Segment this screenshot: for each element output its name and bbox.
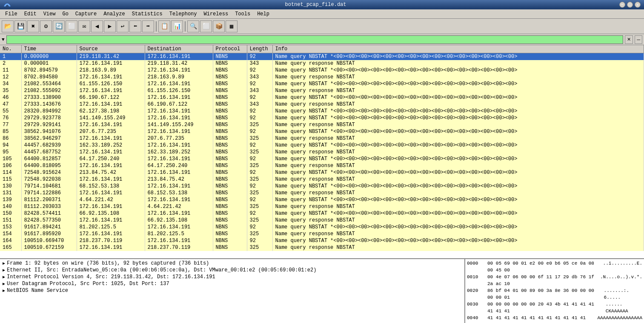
filter-close-button[interactable]: ─: [635, 35, 642, 44]
cell-src: 81.202.125.5: [77, 224, 145, 231]
table-row[interactable]: 7629729.923778141.149.155.249172.16.134.…: [0, 115, 644, 121]
menu-item-file[interactable]: File: [2, 10, 21, 18]
menu-item-capture[interactable]: Capture: [72, 10, 100, 18]
toolbar-button-4[interactable]: 🔄: [53, 20, 65, 32]
cell-no: 86: [0, 135, 21, 142]
cell-time: 72548.922038: [21, 176, 77, 183]
detail-row-3[interactable]: ▶User Datagram Protocol, Src Port: 1025,…: [1, 280, 464, 287]
table-row[interactable]: 20.000001172.16.134.191219.118.31.42NBNS…: [0, 60, 644, 67]
cell-time: 38562.946297: [21, 135, 77, 142]
table-row[interactable]: 15391617.89424181.202.125.5172.16.134.19…: [0, 224, 644, 231]
toolbar-button-10[interactable]: ⬅: [129, 20, 141, 32]
close-button[interactable]: ✕: [635, 2, 641, 8]
toolbar-button-5[interactable]: ⬜: [66, 20, 77, 32]
menu-item-telephony[interactable]: Telephony: [166, 10, 200, 18]
table-row[interactable]: 15491617.895920172.16.134.19181.202.125.…: [0, 231, 644, 237]
table-row[interactable]: 3521082.555092172.16.134.19161.155.126.1…: [0, 87, 644, 94]
toolbar-button-9[interactable]: ↩: [117, 20, 129, 32]
table-row[interactable]: 10664400.818095172.16.134.19164.17.250.2…: [0, 162, 644, 169]
table-row[interactable]: 164100510.669470218.237.70.119172.16.134…: [0, 237, 644, 244]
cell-proto: NBNS: [213, 87, 247, 94]
hex-ascii: AAAAAAAAAAAAAAAA: [597, 314, 642, 323]
detail-row-0[interactable]: ▶Frame 1: 92 bytes on wire (736 bits), 9…: [1, 260, 464, 267]
toolbar-button-11[interactable]: ➡: [142, 20, 154, 32]
table-row[interactable]: 13079714.10468168.152.53.138172.16.134.1…: [0, 183, 644, 190]
toolbar-button-1[interactable]: 💾: [14, 20, 26, 32]
cell-time: 21082.555092: [21, 87, 77, 94]
table-row[interactable]: 10.000000219.118.31.42172.16.134.191NBNS…: [0, 53, 644, 61]
toolbar-button-18[interactable]: 📦: [213, 20, 225, 32]
toolbar-button-8[interactable]: ▶: [104, 20, 116, 32]
col-header-source: Source: [77, 45, 145, 53]
toolbar-button-16[interactable]: 🔍: [187, 20, 199, 32]
cell-info: Name query NBSTAT *<00><00><00><00><00><…: [272, 196, 644, 203]
cell-time: 44457.687752: [21, 149, 77, 156]
cell-info: Name query response NBSTAT: [272, 190, 644, 196]
table-row[interactable]: 13981112.2003714.64.221.42172.16.134.191…: [0, 196, 644, 203]
cell-src: 207.6.77.235: [77, 128, 145, 135]
table-row[interactable]: 4727333.143676172.16.134.19166.190.67.12…: [0, 101, 644, 108]
detail-row-2[interactable]: ▶Internet Protocol Version 4, Src: 219.1…: [1, 274, 464, 280]
table-row[interactable]: 15082428.57441166.92.135.108172.16.134.1…: [0, 210, 644, 217]
table-row[interactable]: 7729729.929141172.16.134.191141.149.155.…: [0, 121, 644, 128]
toolbar-button-13[interactable]: 📋: [158, 20, 170, 32]
cell-src: 64.17.250.240: [77, 156, 145, 162]
cell-info: Name query NBSTAT *<00><00><00><00><00><…: [272, 142, 644, 149]
cell-dst: 172.16.134.191: [145, 53, 213, 61]
toolbar-button-3[interactable]: ⚙: [40, 20, 52, 32]
cell-no: 106: [0, 162, 21, 169]
cell-dst: 66.92.135.108: [145, 217, 213, 224]
menu-item-view[interactable]: View: [40, 10, 59, 18]
toolbar-button-7[interactable]: ◀: [91, 20, 103, 32]
table-row[interactable]: 9544457.687752172.16.134.191162.33.189.2…: [0, 149, 644, 156]
toolbar-button-2[interactable]: ✖: [27, 20, 39, 32]
menu-item-tools[interactable]: Tools: [232, 10, 254, 18]
cell-len: 92: [247, 196, 272, 203]
display-filter-input[interactable]: udp.port == 137: [6, 35, 624, 44]
cell-len: 92: [247, 224, 272, 231]
toolbar-button-0[interactable]: 📂: [2, 20, 14, 32]
cell-len: 325: [247, 162, 272, 169]
minimize-button[interactable]: ─: [619, 2, 625, 8]
table-row[interactable]: 8538562.941076207.6.77.235172.16.134.191…: [0, 128, 644, 135]
menu-item-edit[interactable]: Edit: [21, 10, 40, 18]
table-row[interactable]: 5528320.89499262.127.38.198172.16.134.19…: [0, 108, 644, 115]
cell-info: Name query response NBSTAT: [272, 74, 644, 81]
table-row[interactable]: 8638562.946297172.16.134.191207.6.77.235…: [0, 135, 644, 142]
menu-item-wireless[interactable]: Wireless: [200, 10, 232, 18]
table-row[interactable]: 13179714.122886172.16.134.19168.152.53.1…: [0, 190, 644, 196]
table-row[interactable]: 128702.894580172.16.134.191218.163.9.89N…: [0, 74, 644, 81]
table-row[interactable]: 15182428.577350172.16.134.19166.92.135.1…: [0, 217, 644, 224]
table-row[interactable]: 10564400.81285764.17.250.240172.16.134.1…: [0, 156, 644, 162]
cell-len: 92: [247, 128, 272, 135]
table-row[interactable]: 11472548.915624213.84.75.42172.16.134.19…: [0, 169, 644, 176]
menu-item-go[interactable]: Go: [59, 10, 72, 18]
cell-info: Name query NBSTAT *<00><00><00><00><00><…: [272, 53, 644, 61]
cell-src: 62.127.38.198: [77, 108, 145, 115]
cell-time: 72548.915624: [21, 169, 77, 176]
menu-item-analyze[interactable]: Analyze: [100, 10, 128, 18]
table-row[interactable]: 165100510.672159172.16.134.191218.237.70…: [0, 244, 644, 251]
toolbar-button-17[interactable]: ⬜: [200, 20, 212, 32]
cell-info: Name query NBSTAT *<00><00><00><00><00><…: [272, 108, 644, 115]
table-row[interactable]: 14081112.203033172.16.134.1914.64.221.42…: [0, 203, 644, 210]
table-row[interactable]: 118702.894579218.163.9.89172.16.134.191N…: [0, 67, 644, 74]
detail-row-1[interactable]: ▶Ethernet II, Src: EntradaNetwo_05:ce:0a…: [1, 267, 464, 274]
toolbar-button-14[interactable]: 📊: [171, 20, 183, 32]
cell-info: Name query NBSTAT *<00><00><00><00><00><…: [272, 115, 644, 121]
menu-item-help[interactable]: Help: [254, 10, 273, 18]
toolbar-button-19[interactable]: ▦: [226, 20, 238, 32]
cell-info: Name query response NBSTAT: [272, 217, 644, 224]
cell-proto: NBNS: [213, 203, 247, 210]
bottom-area: ▶Frame 1: 92 bytes on wire (736 bits), 9…: [0, 258, 644, 323]
table-header-row: No. Time Source Destination Protocol Len…: [0, 45, 644, 53]
filter-apply-button[interactable]: ✕: [625, 35, 633, 44]
table-row[interactable]: 9444457.682939162.33.189.252172.16.134.1…: [0, 142, 644, 149]
table-row[interactable]: 11572548.922038172.16.134.191213.84.75.4…: [0, 176, 644, 183]
detail-row-4[interactable]: ▶NetBIOS Name Service: [1, 287, 464, 294]
menu-item-statistics[interactable]: Statistics: [129, 10, 166, 18]
toolbar-button-6[interactable]: ✉: [78, 20, 90, 32]
maximize-button[interactable]: □: [627, 2, 633, 8]
table-row[interactable]: 3421082.55346461.155.126.150172.16.134.1…: [0, 81, 644, 87]
table-row[interactable]: 4627333.13890066.190.67.122172.16.134.19…: [0, 94, 644, 101]
